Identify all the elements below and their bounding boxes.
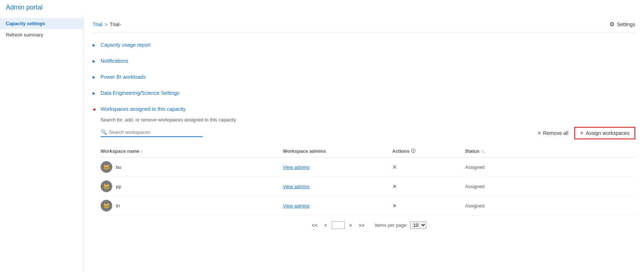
- breadcrumb-separator: >: [105, 22, 108, 27]
- next-page-button[interactable]: >: [347, 222, 354, 229]
- sidebar: Capacity settings Refresh summary: [0, 15, 84, 272]
- search-input[interactable]: [109, 129, 196, 135]
- section-title-data-engineering: Data Engineering/Science Settings: [101, 90, 179, 96]
- settings-label: Settings: [617, 22, 635, 27]
- status-text-tri: Assigned: [465, 203, 484, 209]
- info-icon-actions[interactable]: ⓘ: [411, 148, 415, 154]
- section-header-notifications[interactable]: ▶ Notifications: [93, 54, 635, 67]
- settings-link[interactable]: ⚙ Settings: [609, 21, 635, 28]
- col-label-workspace-admins: Workspace admins: [283, 148, 326, 154]
- col-header-workspace-admins: Workspace admins: [283, 148, 392, 154]
- workspaces-table: Workspace name ↑ Workspace admins Action…: [101, 145, 635, 229]
- first-page-button[interactable]: <<: [309, 222, 320, 229]
- view-admins-button-tri[interactable]: View admins: [283, 203, 309, 209]
- workspace-admins-cell-pp: View admins: [283, 183, 392, 189]
- close-icon: ✕: [537, 130, 542, 136]
- plus-icon: +: [580, 130, 583, 136]
- table-row: 🐱 bu View admins ✕ Assigned: [101, 158, 635, 177]
- workspace-name-cell-pp: 🐱 pp: [101, 180, 283, 192]
- status-cell-tri: Assigned: [465, 203, 538, 209]
- view-admins-button-bu[interactable]: View admins: [283, 164, 309, 170]
- items-per-page-select[interactable]: 10 20 50: [410, 221, 426, 229]
- assign-workspaces-button[interactable]: + Assign workspaces: [574, 127, 635, 139]
- workspace-admins-cell-tri: View admins: [283, 203, 392, 209]
- status-text-bu: Assigned: [465, 164, 484, 170]
- workspace-name-cell-bu: 🐱 bu: [101, 161, 283, 173]
- sort-icon-workspace-name[interactable]: ↑: [141, 149, 143, 154]
- breadcrumb: Trial > Trial-: [93, 22, 121, 27]
- status-cell-bu: Assigned: [465, 164, 538, 170]
- actions-cell-pp: ✕: [392, 183, 465, 190]
- actions-right: ✕ Remove all + Assign workspaces: [537, 127, 635, 139]
- remove-all-label: Remove all: [543, 130, 569, 136]
- col-label-workspace-name: Workspace name: [101, 148, 140, 154]
- col-label-status: Status: [465, 148, 480, 154]
- search-icon: 🔍: [101, 129, 107, 135]
- remove-icon-pp[interactable]: ✕: [392, 183, 397, 190]
- chevron-icon-data-engineering: ▶: [93, 91, 98, 95]
- remove-all-button[interactable]: ✕ Remove all: [537, 130, 569, 136]
- search-box: 🔍: [101, 129, 203, 137]
- sidebar-item-capacity-settings[interactable]: Capacity settings: [0, 18, 83, 29]
- col-label-actions: Actions: [392, 148, 410, 154]
- sort-icon-status[interactable]: ↑↓: [481, 149, 485, 154]
- chevron-icon-workspaces: ◀: [93, 107, 98, 111]
- avatar-bu: 🐱: [101, 161, 112, 173]
- chevron-icon-capacity-usage: ▶: [93, 43, 98, 47]
- workspace-name-bu: bu: [116, 164, 121, 170]
- workspaces-description: Search for, add, or remove workspaces as…: [101, 117, 635, 123]
- pagination: << < 1 > >> Items per page: 10 20 50: [101, 221, 635, 229]
- section-power-bi-workloads: ▶ Power BI workloads: [93, 70, 635, 83]
- section-header-power-bi[interactable]: ▶ Power BI workloads: [93, 70, 635, 83]
- assign-workspaces-label: Assign workspaces: [586, 130, 629, 136]
- status-text-pp: Assigned: [465, 184, 484, 189]
- section-data-engineering: ▶ Data Engineering/Science Settings: [93, 86, 635, 100]
- breadcrumb-trial[interactable]: Trial: [93, 22, 102, 27]
- remove-icon-bu[interactable]: ✕: [392, 164, 397, 170]
- col-header-actions: Actions ⓘ: [392, 148, 465, 154]
- section-title-power-bi: Power BI workloads: [101, 74, 146, 80]
- gear-icon: ⚙: [609, 21, 614, 28]
- prev-page-button[interactable]: <: [322, 222, 329, 229]
- sidebar-item-refresh-summary[interactable]: Refresh summary: [0, 29, 83, 40]
- chevron-icon-notifications: ▶: [93, 59, 98, 63]
- col-header-status: Status ↑↓: [465, 148, 538, 154]
- avatar-tri: 🐱: [101, 200, 112, 211]
- table-header: Workspace name ↑ Workspace admins Action…: [101, 145, 635, 158]
- status-cell-pp: Assigned: [465, 183, 538, 189]
- breadcrumb-bar: Trial > Trial- ⚙ Settings: [93, 15, 635, 32]
- page-number-input[interactable]: 1: [332, 221, 345, 229]
- section-capacity-usage: ▶ Capacity usage report: [93, 38, 635, 51]
- workspace-admins-cell-bu: View admins: [283, 164, 392, 170]
- table-row: 🐱 tri View admins ✕ Assigned: [101, 196, 635, 215]
- workspace-name-cell-tri: 🐱 tri: [101, 200, 283, 211]
- items-per-page: Items per page: 10 20 50: [375, 221, 426, 229]
- search-and-actions: 🔍 ✕ Remove all + Assign workspaces: [101, 127, 635, 139]
- last-page-button[interactable]: >>: [356, 222, 367, 229]
- actions-cell-bu: ✕: [392, 164, 465, 171]
- breadcrumb-trial-sub: Trial-: [110, 22, 121, 27]
- section-title-notifications: Notifications: [101, 58, 128, 64]
- section-header-data-engineering[interactable]: ▶ Data Engineering/Science Settings: [93, 86, 635, 100]
- main-content: Trial > Trial- ⚙ Settings ▶ Capacity usa…: [84, 15, 644, 272]
- workspaces-section: ◀ Workspaces assigned to this capacity S…: [93, 102, 635, 229]
- section-header-workspaces[interactable]: ◀ Workspaces assigned to this capacity: [93, 102, 635, 116]
- workspace-name-tri: tri: [116, 203, 120, 209]
- table-row: 🐱 pp View admins ✕ Assigned: [101, 177, 635, 196]
- section-header-capacity-usage[interactable]: ▶ Capacity usage report: [93, 38, 635, 51]
- workspace-name-pp: pp: [116, 184, 121, 189]
- section-notifications: ▶ Notifications: [93, 54, 635, 67]
- app-title: Admin portal: [0, 0, 644, 15]
- chevron-icon-power-bi: ▶: [93, 75, 98, 79]
- col-header-workspace-name: Workspace name ↑: [101, 148, 283, 154]
- actions-cell-tri: ✕: [392, 202, 465, 209]
- view-admins-button-pp[interactable]: View admins: [283, 184, 309, 189]
- remove-icon-tri[interactable]: ✕: [392, 203, 397, 209]
- avatar-pp: 🐱: [101, 180, 112, 192]
- section-title-workspaces: Workspaces assigned to this capacity: [101, 106, 186, 112]
- section-title-capacity-usage: Capacity usage report: [101, 42, 151, 48]
- items-per-page-label: Items per page:: [375, 222, 407, 228]
